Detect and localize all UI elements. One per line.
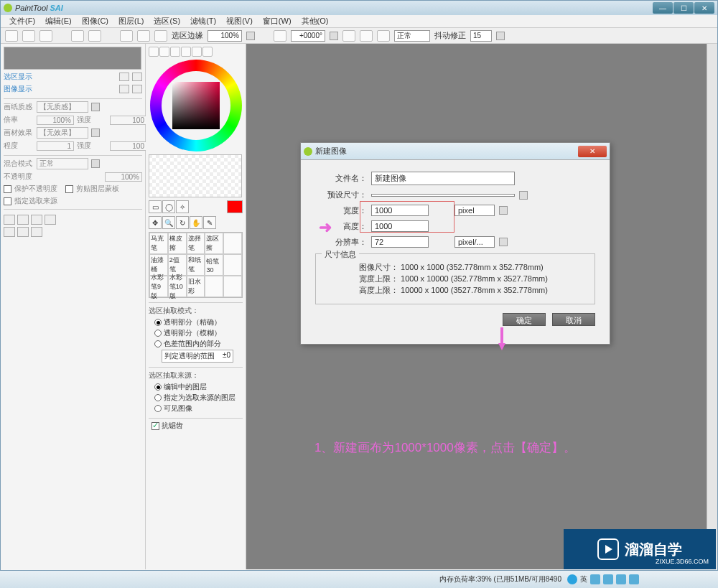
blend-mode-drop[interactable]: 正常 bbox=[394, 30, 430, 42]
menu-file[interactable]: 文件(F) bbox=[5, 15, 39, 27]
judge-select[interactable]: 判定透明的范围±0 bbox=[162, 350, 233, 363]
degree-value[interactable]: 1 bbox=[37, 141, 74, 151]
tb-show-sel-icon[interactable] bbox=[154, 30, 167, 42]
tb-zoom-fit-icon[interactable] bbox=[274, 30, 286, 42]
layer-new-icon[interactable] bbox=[4, 215, 15, 225]
sel-mode-radio-1[interactable] bbox=[154, 319, 162, 326]
clip-checkbox[interactable] bbox=[65, 185, 73, 193]
tool-zoom-icon[interactable]: 🔍 bbox=[162, 216, 175, 229]
status-ico-1[interactable] bbox=[590, 574, 600, 584]
menu-window[interactable]: 窗口(W) bbox=[258, 15, 296, 27]
filename-input[interactable]: 新建图像 bbox=[371, 172, 515, 185]
tb-save-icon[interactable] bbox=[39, 30, 52, 42]
status-ico-3[interactable] bbox=[616, 574, 626, 584]
opacity-value[interactable]: 100% bbox=[105, 172, 142, 182]
sel-src-radio-3[interactable] bbox=[154, 405, 162, 412]
brush-pencil30[interactable]: 铅笔30 bbox=[205, 254, 223, 276]
menu-view[interactable]: 视图(V) bbox=[222, 15, 257, 27]
paper-value[interactable]: 【无质感】 bbox=[37, 101, 88, 113]
dialog-close-button[interactable]: ✕ bbox=[578, 146, 607, 157]
brush-empty-4[interactable] bbox=[223, 276, 242, 297]
brush-water10[interactable]: 水彩笔10版 bbox=[168, 276, 187, 297]
tb-invert-icon[interactable] bbox=[137, 30, 150, 42]
palette-tab-4[interactable] bbox=[181, 47, 191, 57]
tool-hand-icon[interactable]: ✋ bbox=[190, 216, 202, 229]
brush-eraser[interactable]: 橡皮擦 bbox=[168, 233, 187, 254]
sel-border-value[interactable]: 100% bbox=[208, 30, 242, 42]
unit2-drop-icon[interactable] bbox=[499, 238, 508, 246]
angle-drop-icon[interactable] bbox=[330, 32, 338, 40]
sel-src-radio-1[interactable] bbox=[154, 383, 162, 391]
tb-rot-r-icon[interactable] bbox=[360, 30, 373, 42]
unit1-select[interactable]: pixel bbox=[454, 205, 495, 216]
tool-rotate-icon[interactable]: ↻ bbox=[176, 216, 189, 229]
angle-value[interactable]: +0000° bbox=[291, 30, 325, 42]
menu-selection[interactable]: 选区(S) bbox=[149, 15, 185, 27]
close-button[interactable]: ✕ bbox=[694, 2, 714, 14]
blend-value[interactable]: 正常 bbox=[37, 158, 88, 169]
palette-tab-3[interactable] bbox=[170, 47, 180, 57]
tb-new-icon[interactable] bbox=[5, 30, 18, 42]
res-input[interactable]: 72 bbox=[371, 236, 429, 248]
antialias-checkbox[interactable] bbox=[151, 422, 159, 430]
stabilizer-value[interactable]: 15 bbox=[470, 30, 492, 42]
tool-lasso-icon[interactable]: ◯ bbox=[162, 200, 175, 213]
cancel-button[interactable]: 取消 bbox=[552, 313, 595, 326]
brush-seleraser[interactable]: 选区擦 bbox=[205, 233, 223, 254]
brush-water9[interactable]: 水彩笔9版 bbox=[149, 276, 168, 297]
tool-move-icon[interactable]: ✥ bbox=[149, 216, 162, 229]
palette-tab-1[interactable] bbox=[149, 47, 159, 57]
sel-src-radio-2[interactable] bbox=[154, 394, 162, 401]
sel-border-drop-icon[interactable] bbox=[246, 32, 255, 40]
blend-drop-icon[interactable] bbox=[91, 159, 100, 168]
tb-open-icon[interactable] bbox=[22, 30, 35, 42]
brush-empty-1[interactable] bbox=[223, 233, 242, 254]
brush-empty-3[interactable] bbox=[205, 276, 223, 297]
protect-checkbox[interactable] bbox=[4, 185, 11, 193]
unit2-select[interactable]: pixel/... bbox=[454, 236, 495, 248]
palette-tab-5[interactable] bbox=[192, 47, 202, 57]
layer-del-icon[interactable] bbox=[4, 227, 15, 237]
unit1-drop-icon[interactable] bbox=[499, 206, 508, 215]
layer-merge-icon[interactable] bbox=[45, 215, 56, 225]
brush-marker[interactable]: 马克笔 bbox=[149, 233, 168, 254]
scrollbar-vertical[interactable] bbox=[707, 44, 717, 569]
preset-drop-icon[interactable] bbox=[519, 191, 528, 200]
palette-tab-6[interactable] bbox=[202, 47, 213, 57]
paper-drop-icon[interactable] bbox=[91, 103, 100, 111]
nav-box-4[interactable] bbox=[132, 85, 142, 93]
menu-layer[interactable]: 图层(L) bbox=[114, 15, 148, 27]
stabilizer-drop-icon[interactable] bbox=[496, 32, 505, 40]
status-ico-4[interactable] bbox=[629, 574, 639, 584]
sel-mode-radio-2[interactable] bbox=[154, 330, 162, 337]
strength2-value[interactable]: 100 bbox=[110, 141, 147, 151]
brush-empty-2[interactable] bbox=[223, 254, 242, 276]
nav-box-2[interactable] bbox=[132, 73, 142, 81]
brushfx-drop-icon[interactable] bbox=[91, 129, 100, 137]
preset-input[interactable] bbox=[371, 194, 515, 197]
layer-mask-icon[interactable] bbox=[31, 215, 42, 225]
brush-oldwater[interactable]: 旧水彩 bbox=[187, 276, 205, 297]
status-ime[interactable]: 英 bbox=[580, 574, 587, 584]
tb-rot-l-icon[interactable] bbox=[342, 30, 355, 42]
layer-clear-icon[interactable] bbox=[17, 227, 29, 237]
strength-value[interactable]: 100 bbox=[110, 116, 147, 125]
tb-undo-icon[interactable] bbox=[71, 30, 84, 42]
zoom-value[interactable]: 100% bbox=[37, 116, 74, 125]
brushfx-value[interactable]: 【无效果】 bbox=[37, 127, 88, 139]
tool-wand-icon[interactable]: ✧ bbox=[176, 200, 189, 213]
menu-edit[interactable]: 编辑(E) bbox=[41, 15, 76, 27]
sel-mode-radio-3[interactable] bbox=[154, 340, 162, 347]
maximize-button[interactable]: ☐ bbox=[673, 2, 694, 14]
brush-washi[interactable]: 和纸笔 bbox=[187, 254, 205, 276]
layer-group-icon[interactable] bbox=[17, 215, 29, 225]
status-ico-2[interactable] bbox=[603, 574, 613, 584]
nav-box-3[interactable] bbox=[119, 85, 129, 93]
selsrc-checkbox[interactable] bbox=[4, 197, 11, 205]
palette-tab-2[interactable] bbox=[159, 47, 169, 57]
foreground-color[interactable] bbox=[227, 200, 243, 213]
brush-selpen[interactable]: 选择笔 bbox=[187, 233, 205, 254]
ok-button[interactable]: 确定 bbox=[503, 313, 546, 326]
menu-other[interactable]: 其他(O) bbox=[297, 15, 333, 27]
menu-filter[interactable]: 滤镜(T) bbox=[186, 15, 220, 27]
